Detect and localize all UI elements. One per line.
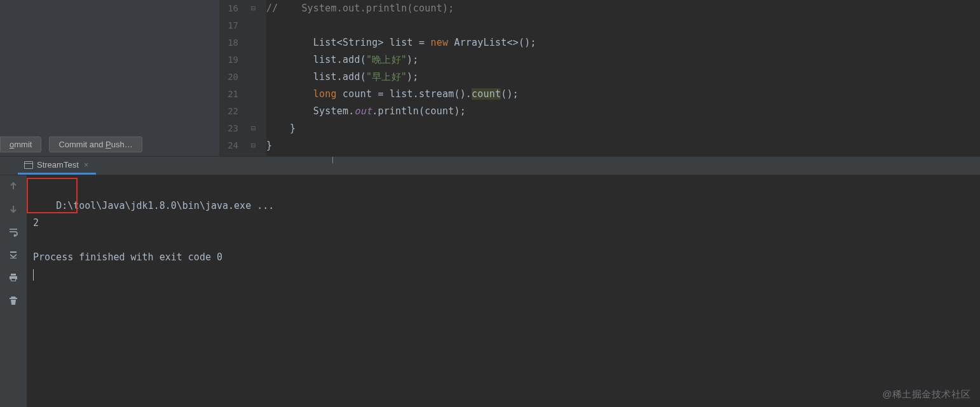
watermark-text: @稀土掘金技术社区 <box>882 389 971 401</box>
code-token: count = list.stream(). <box>337 88 472 100</box>
code-token: new <box>430 37 448 48</box>
code-line[interactable]: } <box>266 120 980 137</box>
push-label-key: P <box>105 140 111 149</box>
code-token: list.add( <box>266 71 366 83</box>
editor-pane: ommit Commit and Push… 16171819202122232… <box>0 0 980 156</box>
code-token: list.add( <box>266 54 366 65</box>
run-tab-label: StreamTest <box>37 160 79 170</box>
code-line[interactable]: // System.out.println(count); <box>266 0 980 17</box>
line-number: 16 <box>219 0 246 17</box>
run-tool-window: D:\tool\Java\jdk1.8.0\bin\java.exe ... 2… <box>0 175 980 407</box>
line-number: 18 <box>219 34 246 51</box>
code-token: System. <box>266 105 354 117</box>
fold-marker[interactable]: ⊟ <box>251 120 266 137</box>
tab-streamtest[interactable]: StreamTest × <box>18 157 96 175</box>
console-line-exit: Process finished with exit code 0 <box>33 251 222 263</box>
commit-button-bar: ommit Commit and Push… <box>0 137 142 152</box>
code-token: long <box>313 88 337 100</box>
line-number: 23 <box>219 120 246 137</box>
code-token: "早上好" <box>366 71 407 83</box>
line-number: 22 <box>219 103 246 120</box>
down-stacktrace-icon[interactable] <box>8 203 19 215</box>
code-token: } <box>266 140 272 151</box>
fold-marker <box>251 51 266 69</box>
console-output[interactable]: D:\tool\Java\jdk1.8.0\bin\java.exe ... 2… <box>27 175 980 407</box>
line-number: 19 <box>219 51 246 69</box>
code-editor[interactable]: 161718192021222324 ⊟ ⊟⊟ // System.out.pr… <box>219 0 980 156</box>
code-line[interactable]: List<String> list = new ArrayList<>(); <box>266 34 980 51</box>
run-tab-bar: StreamTest × <box>0 156 980 175</box>
code-token: "晚上好" <box>366 54 407 65</box>
commit-label-post: mmit <box>14 140 32 149</box>
up-stacktrace-icon[interactable] <box>8 180 19 192</box>
code-line[interactable]: list.add("早上好"); <box>266 69 980 86</box>
line-number: 21 <box>219 86 246 103</box>
code-token: List<String> list = <box>266 37 430 48</box>
close-tab-icon[interactable]: × <box>83 160 90 170</box>
code-token: } <box>266 123 296 134</box>
soft-wrap-icon[interactable] <box>8 226 19 237</box>
push-label-post: ush… <box>111 140 133 149</box>
commit-sidebar: ommit Commit and Push… <box>0 0 219 156</box>
fold-marker[interactable]: ⊟ <box>251 0 266 17</box>
code-line[interactable]: } <box>266 137 980 154</box>
print-icon[interactable] <box>8 272 19 283</box>
fold-marker <box>251 86 266 103</box>
code-token: (); <box>501 88 519 100</box>
console-line-cmd: D:\tool\Java\jdk1.8.0\bin\java.exe ... <box>56 200 274 211</box>
console-toolbar <box>0 175 27 407</box>
commit-button[interactable]: ommit <box>0 137 41 152</box>
line-number: 20 <box>219 69 246 86</box>
clear-all-icon[interactable] <box>8 295 19 306</box>
fold-marker <box>251 103 266 120</box>
gutter-line-numbers: 161718192021222324 <box>219 0 246 156</box>
scroll-to-end-icon[interactable] <box>8 249 19 260</box>
push-label-pre: Commit and <box>58 140 105 149</box>
line-number: 24 <box>219 137 246 154</box>
line-number: 17 <box>219 17 246 34</box>
code-token: // System.out.println(count); <box>266 3 454 14</box>
console-line-output: 2 <box>33 217 39 229</box>
error-stripe-marker <box>332 157 333 163</box>
code-token <box>266 88 313 100</box>
code-token: ); <box>407 71 418 83</box>
commit-and-push-button[interactable]: Commit and Push… <box>49 137 142 152</box>
code-token: ArrayList<>(); <box>448 37 536 48</box>
code-line[interactable] <box>266 17 980 34</box>
fold-marker <box>251 17 266 34</box>
code-line[interactable]: long count = list.stream().count(); <box>266 86 980 103</box>
fold-marker <box>251 34 266 51</box>
code-token: ); <box>407 54 418 65</box>
code-line[interactable]: list.add("晚上好"); <box>266 51 980 69</box>
code-content[interactable]: // System.out.println(count); List<Strin… <box>266 0 980 156</box>
code-token: out <box>354 105 372 117</box>
gutter-fold-column[interactable]: ⊟ ⊟⊟ <box>246 0 266 156</box>
code-token: .println(count); <box>372 105 466 117</box>
run-config-icon <box>24 161 33 169</box>
fold-marker <box>251 69 266 86</box>
fold-marker[interactable]: ⊟ <box>251 137 266 154</box>
code-token: count <box>472 88 501 100</box>
code-line[interactable]: System.out.println(count); <box>266 103 980 120</box>
console-caret <box>33 269 34 281</box>
